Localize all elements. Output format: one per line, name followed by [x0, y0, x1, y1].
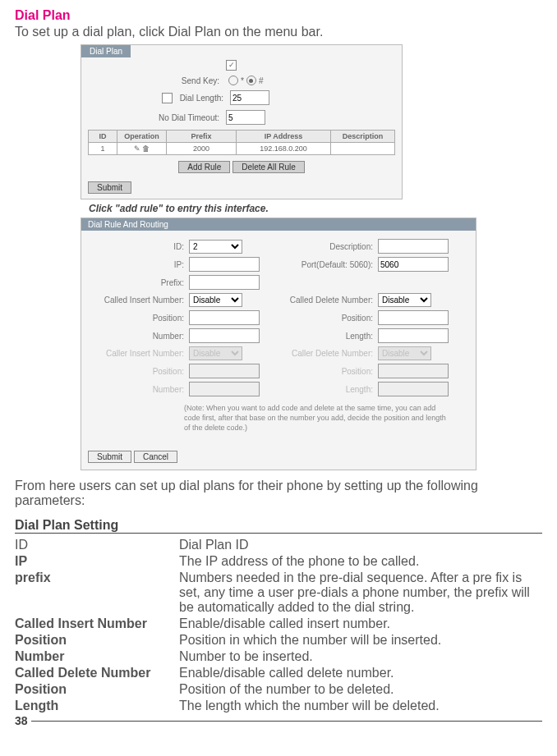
settings-table: IDDial Plan ID IPThe IP address of the p… — [15, 537, 542, 714]
called-insert-select[interactable]: Disable — [189, 293, 242, 307]
setting-label-id: ID — [15, 537, 179, 553]
submit-button[interactable]: Submit — [88, 181, 131, 194]
cell-operation[interactable]: ✎ 🗑 — [117, 143, 167, 155]
send-key-label: Send Key: — [88, 76, 226, 85]
number-label: Number: — [90, 332, 189, 341]
caller-position-input-2 — [378, 364, 449, 378]
section-heading: Dial Plan Setting — [15, 518, 542, 534]
dial-rule-screenshot: Dial Rule And Routing ID: 2 Description:… — [81, 218, 476, 470]
send-key-radio-hash[interactable] — [246, 76, 256, 85]
setting-value-length: The length which the number will be dele… — [179, 698, 542, 714]
add-rule-button[interactable]: Add Rule — [178, 161, 230, 173]
setting-label-called-insert: Called Insert Number — [15, 616, 179, 632]
setting-label-number: Number — [15, 648, 179, 665]
delete-all-button[interactable]: Delete All Rule — [232, 161, 305, 173]
ip-input[interactable] — [189, 257, 260, 272]
setting-label-position-2: Position — [15, 681, 179, 698]
id-select[interactable]: 2 — [189, 240, 242, 254]
intro-text: To set up a dial plan, click Dial Plan o… — [15, 25, 542, 39]
no-dial-timeout-label: No Dial Timeout: — [88, 113, 226, 122]
setting-value-id: Dial Plan ID — [179, 537, 542, 553]
setting-value-position-2: Position of the number to be deleted. — [179, 681, 542, 698]
caller-length-label: Length: — [278, 385, 378, 394]
enable-checkbox[interactable]: ✓ — [226, 60, 237, 71]
setting-value-prefix: Numbers needed in the pre-dial sequence.… — [179, 570, 542, 616]
ip-label: IP: — [90, 260, 189, 269]
radio-hash-label: # — [259, 76, 264, 85]
rule-cancel-button[interactable]: Cancel — [134, 451, 177, 463]
called-delete-select[interactable]: Disable — [378, 293, 431, 307]
caller-length-input — [378, 382, 449, 396]
description-input[interactable] — [378, 239, 449, 254]
position-input-1[interactable] — [189, 310, 260, 325]
setting-label-ip: IP — [15, 553, 179, 570]
setting-value-ip: The IP address of the phone to be called… — [179, 553, 542, 570]
position-label-1: Position: — [90, 314, 189, 323]
port-label: Port(Default: 5060): — [278, 260, 378, 269]
caller-delete-select: Disable — [378, 346, 431, 360]
caller-number-input — [189, 382, 260, 396]
caller-insert-label: Caller Insert Number: — [90, 349, 189, 358]
called-delete-label: Called Delete Number: — [278, 296, 378, 305]
col-id: ID — [89, 131, 117, 143]
col-ip: IP Address — [237, 131, 331, 143]
dial-rule-titlebar: Dial Rule And Routing — [81, 218, 476, 231]
caller-delete-label: Caller Delete Number: — [278, 349, 378, 358]
table-row: 1 ✎ 🗑 2000 192.168.0.200 — [89, 143, 395, 155]
prefix-label: Prefix: — [90, 278, 189, 287]
setting-value-called-insert: Enable/disable called insert number. — [179, 616, 542, 632]
rule-submit-button[interactable]: Submit — [88, 451, 131, 463]
footer-divider — [31, 721, 542, 722]
col-description: Description — [331, 131, 395, 143]
dial-plan-tab[interactable]: Dial Plan — [81, 45, 131, 57]
paragraph-text: From here users can set up dial plans fo… — [15, 479, 542, 508]
setting-label-called-delete: Called Delete Number — [15, 665, 179, 681]
dial-plan-screenshot: Dial Plan ✓ Send Key: * # Dial Length: N… — [81, 44, 403, 199]
position-label-2: Position: — [278, 314, 378, 323]
note-text: (Note: When you want to add code and del… — [90, 398, 467, 438]
description-label: Description: — [278, 242, 378, 251]
caller-position-input-1 — [189, 364, 260, 378]
dial-length-label: Dial Length: — [173, 94, 230, 103]
dial-length-checkbox[interactable] — [162, 93, 173, 103]
send-key-radio-star[interactable] — [228, 76, 238, 85]
setting-label-length: Length — [15, 698, 179, 714]
caller-number-label: Number: — [90, 385, 189, 394]
length-label: Length: — [278, 332, 378, 341]
radio-star-label: * — [241, 76, 244, 85]
caller-position-label-2: Position: — [278, 367, 378, 376]
no-dial-timeout-input[interactable] — [226, 110, 265, 125]
setting-value-called-delete: Enable/disable called delete number. — [179, 665, 542, 681]
caption-text: Click "add rule" to entry this interface… — [89, 203, 542, 214]
cell-ip: 192.168.0.200 — [237, 143, 331, 155]
dial-length-input[interactable] — [230, 90, 269, 105]
called-insert-label: Called Insert Number: — [90, 296, 189, 305]
col-operation: Operation — [117, 131, 167, 143]
caller-insert-select: Disable — [189, 346, 242, 360]
position-input-2[interactable] — [378, 310, 449, 325]
id-label: ID: — [90, 242, 189, 251]
page-number: 38 — [15, 714, 28, 727]
cell-id: 1 — [89, 143, 117, 155]
port-input[interactable] — [378, 257, 449, 272]
length-input[interactable] — [378, 328, 449, 343]
col-prefix: Prefix — [167, 131, 237, 143]
caller-position-label-1: Position: — [90, 367, 189, 376]
setting-label-position-1: Position — [15, 632, 179, 648]
setting-value-number: Number to be inserted. — [179, 648, 542, 665]
dial-plan-table: ID Operation Prefix IP Address Descripti… — [88, 130, 395, 155]
page-title: Dial Plan — [15, 8, 542, 23]
setting-value-position-1: Position in which the number will be ins… — [179, 632, 542, 648]
cell-description — [331, 143, 395, 155]
prefix-input[interactable] — [189, 275, 260, 290]
number-input[interactable] — [189, 328, 260, 343]
cell-prefix: 2000 — [167, 143, 237, 155]
setting-label-prefix: prefix — [15, 570, 179, 616]
